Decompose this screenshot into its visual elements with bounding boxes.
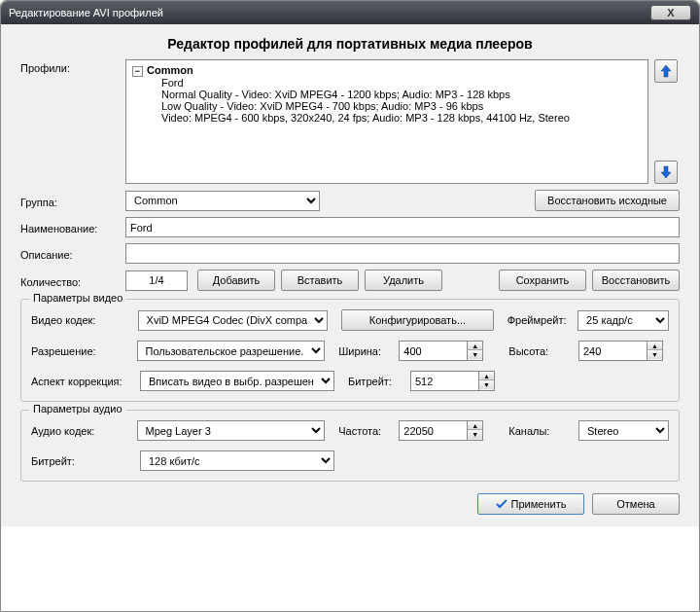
freq-stepper[interactable]: ▲▼ bbox=[399, 420, 489, 441]
name-input[interactable] bbox=[125, 217, 680, 237]
spin-up-icon[interactable]: ▲ bbox=[468, 342, 482, 350]
description-input[interactable] bbox=[125, 243, 680, 264]
spin-up-icon[interactable]: ▲ bbox=[468, 421, 482, 430]
height-label: Высота: bbox=[508, 345, 578, 357]
audio-params-group: Параметры аудио Аудио кодек: Mpeg Layer … bbox=[20, 410, 680, 482]
close-button[interactable]: X bbox=[650, 5, 691, 20]
video-codec-select[interactable]: XviD MPEG4 Codec (DivX compatible) bbox=[138, 310, 329, 331]
audio-bitrate-label: Битрейт: bbox=[31, 455, 140, 467]
check-icon bbox=[496, 498, 508, 510]
tree-item[interactable]: Video: MPEG4 - 600 kbps, 320x240, 24 fps… bbox=[132, 112, 642, 124]
tree-collapse-icon[interactable]: − bbox=[132, 66, 143, 77]
video-legend: Параметры видео bbox=[29, 292, 126, 304]
channels-label: Каналы: bbox=[508, 425, 578, 437]
spin-down-icon[interactable]: ▼ bbox=[468, 430, 482, 439]
move-down-button[interactable] bbox=[654, 161, 678, 184]
profiles-label: Профили: bbox=[20, 59, 125, 74]
spin-up-icon[interactable]: ▲ bbox=[648, 342, 662, 350]
group-select[interactable]: Common bbox=[125, 191, 320, 211]
tree-item[interactable]: Normal Quality - Video: XviD MPEG4 - 120… bbox=[132, 89, 642, 100]
audio-bitrate-select[interactable]: 128 кбит/c bbox=[140, 450, 334, 471]
audio-legend: Параметры аудио bbox=[29, 403, 126, 414]
insert-button[interactable]: Вставить bbox=[281, 270, 359, 291]
quantity-field bbox=[125, 270, 188, 291]
video-bitrate-stepper[interactable]: ▲▼ bbox=[410, 371, 504, 391]
freq-label: Частота: bbox=[338, 425, 399, 437]
delete-button[interactable]: Удалить bbox=[365, 270, 442, 291]
name-label: Наименование: bbox=[20, 220, 125, 234]
close-icon: X bbox=[667, 7, 674, 18]
add-button[interactable]: Добавить bbox=[197, 270, 275, 291]
framerate-label: Фреймрейт: bbox=[508, 314, 578, 326]
spin-up-icon[interactable]: ▲ bbox=[479, 372, 494, 380]
height-stepper[interactable]: ▲▼ bbox=[578, 341, 669, 361]
tree-item[interactable]: Ford bbox=[132, 77, 642, 89]
apply-button[interactable]: Применить bbox=[477, 493, 584, 515]
aspect-select[interactable]: Вписать видео в выбр. разрешение bbox=[140, 371, 334, 391]
group-label: Группа: bbox=[20, 194, 125, 208]
spin-down-icon[interactable]: ▼ bbox=[479, 380, 494, 389]
move-up-button[interactable] bbox=[654, 59, 678, 83]
spin-down-icon[interactable]: ▼ bbox=[648, 350, 662, 359]
arrow-up-icon bbox=[659, 64, 673, 78]
width-label: Ширина: bbox=[338, 345, 399, 357]
profiles-tree[interactable]: −Common Ford Normal Quality - Video: Xvi… bbox=[125, 59, 648, 184]
cancel-button[interactable]: Отмена bbox=[592, 493, 680, 515]
audio-codec-select[interactable]: Mpeg Layer 3 bbox=[137, 420, 326, 441]
resolution-select[interactable]: Пользовательское разрешение... bbox=[137, 341, 326, 361]
width-stepper[interactable]: ▲▼ bbox=[399, 341, 489, 361]
channels-select[interactable]: Stereo bbox=[578, 420, 669, 441]
video-codec-label: Видео кодек: bbox=[31, 314, 138, 326]
window-title: Редактирование AVI профилей bbox=[9, 7, 650, 18]
quantity-label: Количество: bbox=[20, 273, 125, 288]
configure-button[interactable]: Конфигурировать... bbox=[341, 309, 494, 331]
tree-item[interactable]: Low Quality - Video: XviD MPEG4 - 700 kb… bbox=[132, 100, 642, 112]
description-label: Описание: bbox=[20, 246, 125, 261]
spin-down-icon[interactable]: ▼ bbox=[468, 350, 482, 359]
video-params-group: Параметры видео Видео кодек: XviD MPEG4 … bbox=[20, 299, 680, 402]
tree-root[interactable]: −Common bbox=[132, 64, 642, 77]
framerate-select[interactable]: 25 кадр/c bbox=[578, 310, 669, 331]
audio-codec-label: Аудио кодек: bbox=[31, 425, 137, 437]
restore-defaults-button[interactable]: Восстановить исходные bbox=[535, 190, 680, 211]
aspect-label: Аспект коррекция: bbox=[31, 376, 140, 387]
page-title: Редактор профилей для портативных медиа … bbox=[20, 36, 680, 52]
titlebar: Редактирование AVI профилей X bbox=[1, 1, 699, 24]
restore-button[interactable]: Восстановить bbox=[592, 270, 680, 291]
arrow-down-icon bbox=[659, 165, 673, 179]
save-button[interactable]: Сохранить bbox=[499, 270, 586, 291]
resolution-label: Разрешение: bbox=[31, 345, 137, 357]
video-bitrate-label: Битрейт: bbox=[348, 376, 410, 387]
